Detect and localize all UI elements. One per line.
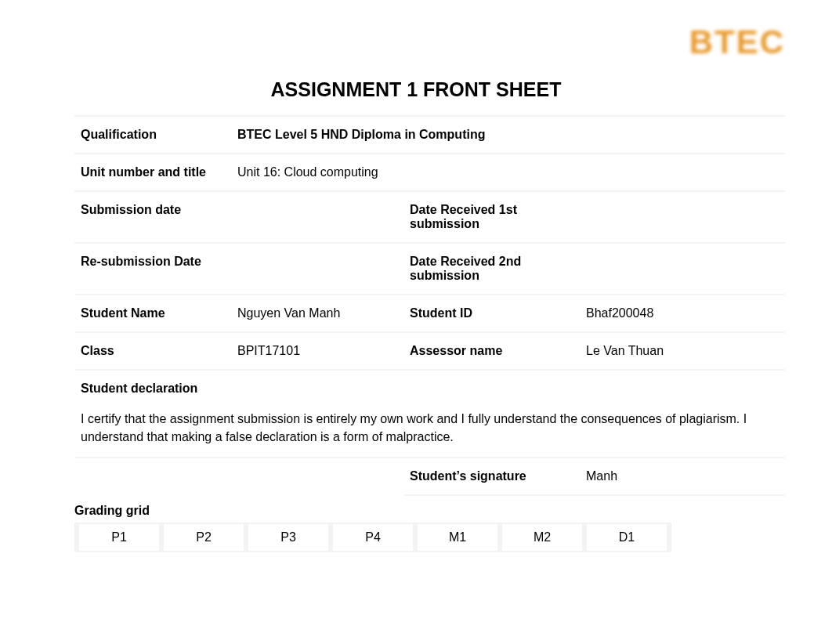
signature-value: Manh xyxy=(580,458,785,496)
front-sheet: Qualification BTEC Level 5 HND Diploma i… xyxy=(74,115,785,552)
class-label: Class xyxy=(74,333,231,371)
student-id-value: Bhaf200048 xyxy=(580,295,785,333)
submission-date-label: Submission date xyxy=(74,192,231,244)
unit-label: Unit number and title xyxy=(74,154,231,192)
student-name-label: Student Name xyxy=(74,295,231,333)
resubmission-date-label: Re-submission Date xyxy=(74,244,231,295)
signature-label: Student’s signature xyxy=(403,458,580,496)
resubmission-date-value xyxy=(231,244,403,295)
qualification-label: Qualification xyxy=(74,115,231,154)
qualification-value: BTEC Level 5 HND Diploma in Computing xyxy=(231,115,785,154)
grading-col: P3 xyxy=(246,523,331,552)
grading-col: M1 xyxy=(415,523,500,552)
assessor-value: Le Van Thuan xyxy=(580,333,785,371)
assessor-label: Assessor name xyxy=(403,333,580,371)
grading-grid-title: Grading grid xyxy=(74,496,785,523)
declaration-label: Student declaration xyxy=(74,371,785,399)
class-value: BPIT17101 xyxy=(231,333,403,371)
info-table: Qualification BTEC Level 5 HND Diploma i… xyxy=(74,115,785,496)
grading-col: P2 xyxy=(161,523,246,552)
grading-col: P1 xyxy=(77,523,161,552)
btec-logo: BTEC xyxy=(689,24,785,61)
grading-col: M2 xyxy=(500,523,584,552)
date-received-2-label: Date Received 2nd submission xyxy=(403,244,580,295)
signature-empty xyxy=(74,458,403,496)
grading-col: D1 xyxy=(584,523,669,552)
page-title: ASSIGNMENT 1 FRONT SHEET xyxy=(0,78,832,101)
declaration-text: I certify that the assignment submission… xyxy=(74,399,785,458)
date-received-2-value xyxy=(580,244,785,295)
unit-value: Unit 16: Cloud computing xyxy=(231,154,785,192)
date-received-1-label: Date Received 1st submission xyxy=(403,192,580,244)
date-received-1-value xyxy=(580,192,785,244)
submission-date-value xyxy=(231,192,403,244)
student-name-value: Nguyen Van Manh xyxy=(231,295,403,333)
grading-table: P1 P2 P3 P4 M1 M2 D1 xyxy=(74,523,671,552)
grading-col: P4 xyxy=(331,523,415,552)
student-id-label: Student ID xyxy=(403,295,580,333)
